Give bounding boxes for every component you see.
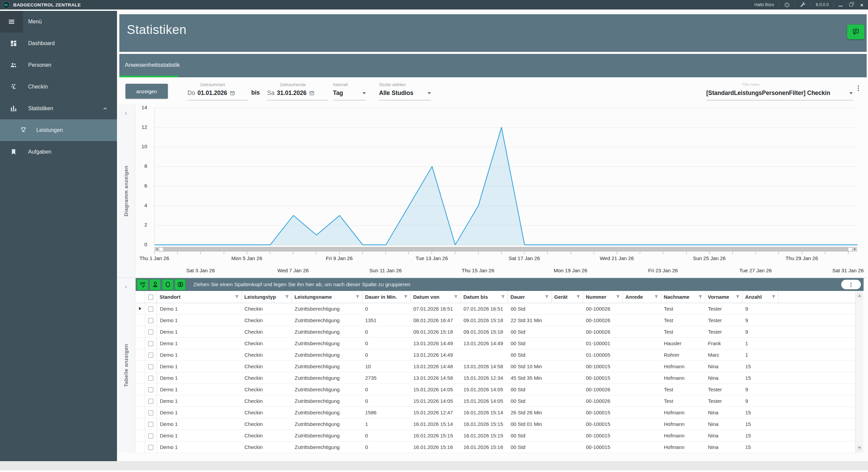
table-row[interactable]: Demo 1CheckinZutrittsberechtigung016.01.… bbox=[136, 430, 855, 441]
filter-menu-kebab-icon[interactable]: ⋮ bbox=[855, 85, 862, 91]
filter-funnel-icon[interactable] bbox=[501, 295, 505, 299]
column-header-dauer-in-min-[interactable]: Dauer in Min. bbox=[362, 291, 410, 303]
scroll-up-arrow-icon[interactable] bbox=[857, 293, 862, 298]
checkbox[interactable] bbox=[148, 295, 153, 300]
column-header-leistungsname[interactable]: Leistungsname bbox=[292, 291, 362, 303]
scroll-left-arrow-icon[interactable] bbox=[154, 247, 159, 252]
filter-funnel-icon[interactable] bbox=[736, 295, 739, 299]
checkbox[interactable] bbox=[148, 445, 153, 450]
studio-select[interactable]: Studio wählen Alle Studios bbox=[379, 82, 431, 100]
settings-wrench-icon[interactable] bbox=[800, 2, 806, 8]
toolbar-button-badge-scan[interactable] bbox=[137, 279, 148, 290]
sidebar-item-aufgaben[interactable]: Aufgaben bbox=[0, 141, 117, 163]
x-axis-tick-label: Wed 7 Jan 26 bbox=[264, 268, 322, 273]
interval-select[interactable]: Intervall Tag bbox=[333, 82, 366, 100]
checkbox[interactable] bbox=[148, 422, 153, 427]
sidebar-item-statistiken[interactable]: Statistiken bbox=[0, 98, 117, 119]
column-header-datum-bis[interactable]: Datum bis bbox=[460, 291, 508, 303]
checkbox[interactable] bbox=[148, 387, 153, 392]
checkbox[interactable] bbox=[148, 307, 153, 312]
filter-funnel-icon[interactable] bbox=[285, 295, 289, 299]
table-row[interactable]: Demo 1CheckinZutrittsberechtigung007.01.… bbox=[136, 303, 855, 314]
range-handle-left[interactable] bbox=[159, 248, 163, 251]
filter-preset-select[interactable]: Filter laden [StandardLeistungsPersonenF… bbox=[706, 82, 853, 100]
column-header-leistungstyp[interactable]: Leistungstyp bbox=[241, 291, 292, 303]
toolbar-button-circle-outline[interactable] bbox=[162, 279, 173, 290]
column-header-anrede[interactable]: Anrede bbox=[623, 291, 661, 303]
column-header-standort[interactable]: Standort bbox=[157, 291, 241, 303]
filter-funnel-icon[interactable] bbox=[616, 295, 620, 299]
filter-funnel-icon[interactable] bbox=[772, 295, 775, 299]
minimize-button[interactable] bbox=[839, 3, 843, 6]
table-row[interactable]: Demo 1CheckinZutrittsberechtigung013.01.… bbox=[136, 349, 855, 360]
tab-anwesenheitsstatistik[interactable]: Anwesenheitsstatistik bbox=[125, 62, 180, 68]
toolbar-button-person[interactable] bbox=[150, 279, 161, 290]
select-all-checkbox[interactable] bbox=[145, 291, 157, 303]
period-start-field[interactable]: Zeitraumstart Do 01.01.2026 bbox=[188, 82, 248, 100]
column-header-label: Leistungstyp bbox=[244, 294, 276, 300]
table-row[interactable]: Demo 1CheckinZutrittsberechtigung015.01.… bbox=[136, 395, 855, 407]
sidebar-item-leistungen[interactable]: Leistungen bbox=[0, 119, 117, 141]
table-vertical-scrollbar[interactable] bbox=[855, 291, 863, 453]
chart-horizontal-scrollbar[interactable] bbox=[154, 247, 857, 252]
anzeigen-button[interactable]: anzeigen bbox=[125, 84, 168, 99]
sidebar-item-checkin[interactable]: Checkin bbox=[0, 76, 117, 98]
close-button[interactable]: × bbox=[860, 2, 863, 7]
range-handle-right[interactable] bbox=[848, 248, 852, 251]
cell-anrede bbox=[623, 360, 661, 372]
table-row[interactable]: Demo 1CheckinZutrittsberechtigung013.01.… bbox=[136, 337, 855, 349]
table-row[interactable]: Demo 1CheckinZutrittsberechtigung135108.… bbox=[136, 314, 855, 326]
checkbox[interactable] bbox=[148, 399, 153, 404]
period-end-field[interactable]: Zeitraumende Sa 31.01.2026 bbox=[267, 82, 328, 100]
column-header-vorname[interactable]: Vorname bbox=[705, 291, 742, 303]
column-header-datum-von[interactable]: Datum von bbox=[410, 291, 460, 303]
power-icon[interactable] bbox=[784, 2, 790, 8]
table-row[interactable]: Demo 1CheckinZutrittsberechtigung009.01.… bbox=[136, 326, 855, 337]
filter-funnel-icon[interactable] bbox=[545, 295, 549, 299]
filter-funnel-icon[interactable] bbox=[454, 295, 458, 299]
column-header-anzahl[interactable]: Anzahl bbox=[742, 291, 778, 303]
calendar-icon[interactable] bbox=[230, 90, 235, 96]
table-menu-kebab-button[interactable]: ⋮ bbox=[841, 280, 861, 289]
sidebar-item-personen[interactable]: Personen bbox=[0, 54, 117, 76]
checkbox[interactable] bbox=[148, 353, 153, 358]
table-row[interactable]: Demo 1CheckinZutrittsberechtigung273513.… bbox=[136, 372, 855, 383]
column-header-nachname[interactable]: Nachname bbox=[661, 291, 705, 303]
table-row[interactable]: Demo 1CheckinZutrittsberechtigung1013.01… bbox=[136, 360, 855, 372]
checkbox[interactable] bbox=[148, 330, 153, 335]
cell-leistungstyp: Checkin bbox=[241, 395, 292, 407]
column-header-label: Standort bbox=[160, 294, 181, 300]
sidebar-item-dashboard[interactable]: Dashboard bbox=[0, 33, 117, 54]
checkbox[interactable] bbox=[148, 341, 153, 346]
y-axis-tick-label: 2 bbox=[144, 222, 147, 228]
sidebar-item-menue[interactable]: Menü bbox=[0, 11, 117, 33]
filter-funnel-icon[interactable] bbox=[654, 295, 658, 299]
table-row[interactable]: Demo 1CheckinZutrittsberechtigung016.01.… bbox=[136, 441, 855, 453]
filter-funnel-icon[interactable] bbox=[356, 295, 359, 299]
cell-anzahl: 15 bbox=[742, 441, 778, 453]
checkbox[interactable] bbox=[148, 318, 153, 323]
column-header-dauer[interactable]: Dauer bbox=[508, 291, 551, 303]
toolbar-button-overlapping-circles[interactable] bbox=[175, 279, 186, 290]
table-row[interactable]: Demo 1CheckinZutrittsberechtigung158615.… bbox=[136, 407, 855, 418]
checkbox[interactable] bbox=[148, 364, 153, 369]
cell-datum_von: 13.01.2026 14:48 bbox=[410, 360, 460, 372]
filter-funnel-icon[interactable] bbox=[235, 295, 239, 299]
checkbox[interactable] bbox=[148, 433, 153, 438]
checkbox[interactable] bbox=[148, 376, 153, 381]
scroll-down-arrow-icon[interactable] bbox=[857, 445, 862, 451]
filter-funnel-icon[interactable] bbox=[404, 295, 408, 299]
column-header-geraet[interactable]: Gerät bbox=[551, 291, 583, 303]
column-header-nummer[interactable]: Nummer bbox=[583, 291, 623, 303]
filter-funnel-icon[interactable] bbox=[698, 295, 702, 299]
checkbox[interactable] bbox=[148, 410, 153, 415]
divider bbox=[811, 2, 811, 7]
filter-funnel-icon[interactable] bbox=[576, 295, 580, 299]
restore-button[interactable] bbox=[849, 3, 853, 6]
scroll-right-arrow-icon[interactable] bbox=[852, 247, 857, 252]
table-row[interactable]: Demo 1CheckinZutrittsberechtigung116.01.… bbox=[136, 418, 855, 430]
table-row[interactable]: Demo 1CheckinZutrittsberechtigung015.01.… bbox=[136, 383, 855, 395]
feedback-chat-button[interactable] bbox=[847, 24, 865, 39]
y-axis-tick-label: 14 bbox=[141, 104, 147, 110]
calendar-icon[interactable] bbox=[309, 90, 315, 96]
